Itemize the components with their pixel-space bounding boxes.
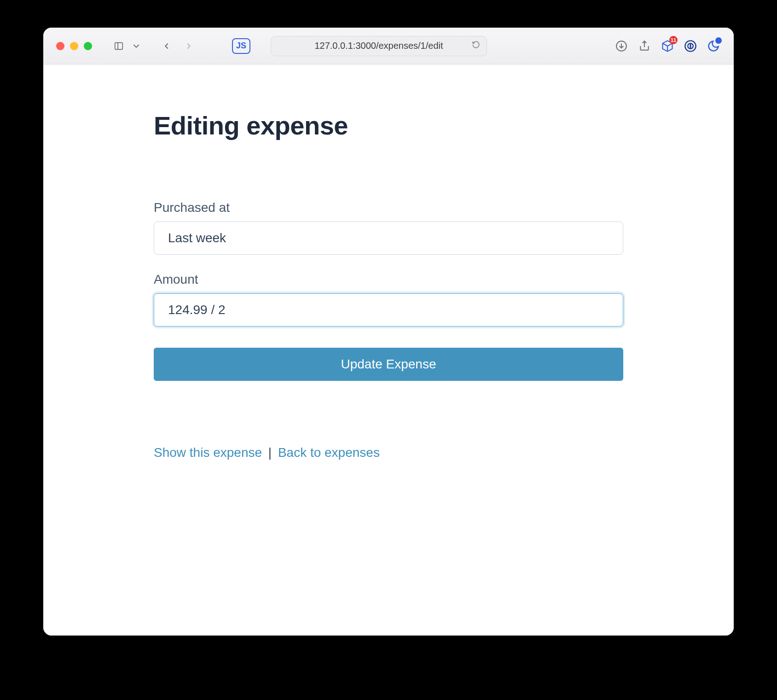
window-maximize-button[interactable] (84, 42, 92, 50)
toolbar-right: 11 (614, 39, 721, 53)
js-extension-badge[interactable]: JS (232, 38, 250, 54)
browser-window: JS 127.0.0.1:3000/expenses/1/edit 11 (43, 28, 734, 636)
window-close-button[interactable] (56, 42, 64, 50)
page-content: Editing expense Purchased at Amount Upda… (43, 64, 734, 636)
page-title: Editing expense (154, 111, 623, 140)
amount-group: Amount (154, 272, 623, 327)
onepassword-icon[interactable] (683, 39, 698, 53)
link-separator: | (268, 445, 272, 460)
downloads-icon[interactable] (614, 39, 629, 53)
share-icon[interactable] (637, 39, 652, 53)
purchased-at-group: Purchased at (154, 200, 623, 255)
amount-label: Amount (154, 272, 623, 287)
navigation-arrows (157, 38, 198, 54)
forward-button[interactable] (180, 38, 198, 54)
svg-rect-0 (115, 42, 123, 49)
chevron-down-icon[interactable] (131, 38, 142, 54)
footer-links: Show this expense | Back to expenses (154, 445, 623, 460)
extension-badge-count: 11 (669, 36, 678, 44)
sidebar-icon[interactable] (110, 38, 128, 54)
purchased-at-label: Purchased at (154, 200, 623, 215)
crescent-extension-icon[interactable] (706, 39, 721, 53)
amount-field[interactable] (154, 293, 623, 327)
url-text: 127.0.0.1:3000/expenses/1/edit (314, 41, 443, 51)
address-bar[interactable]: 127.0.0.1:3000/expenses/1/edit (271, 36, 487, 56)
crescent-badge (715, 37, 722, 44)
browser-titlebar: JS 127.0.0.1:3000/expenses/1/edit 11 (43, 28, 734, 64)
back-to-expenses-link[interactable]: Back to expenses (278, 445, 380, 460)
purchased-at-field[interactable] (154, 222, 623, 255)
window-minimize-button[interactable] (70, 42, 78, 50)
cube-extension-icon[interactable]: 11 (660, 39, 675, 53)
reload-icon[interactable] (472, 41, 480, 51)
expense-form: Purchased at Amount Update Expense (154, 200, 623, 381)
update-expense-button[interactable]: Update Expense (154, 348, 623, 381)
window-controls (56, 42, 92, 50)
sidebar-toggle-group (110, 38, 142, 54)
show-expense-link[interactable]: Show this expense (154, 445, 262, 460)
back-button[interactable] (157, 38, 176, 54)
